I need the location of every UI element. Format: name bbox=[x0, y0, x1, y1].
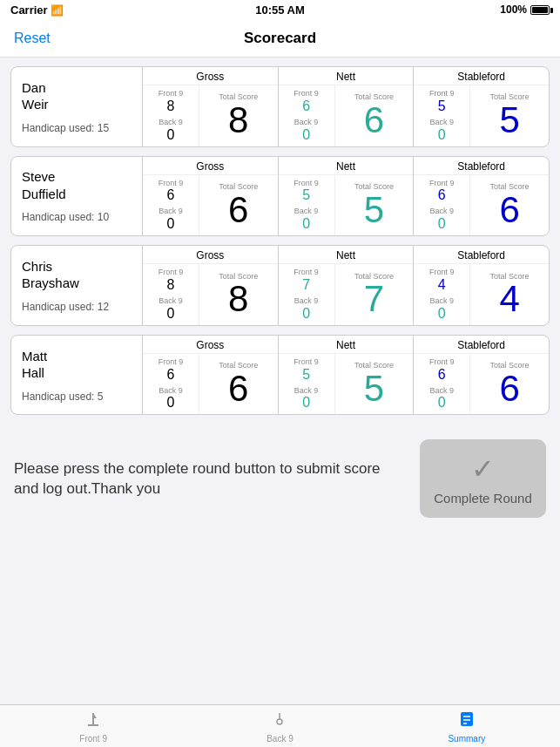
nett-header-3: Nett bbox=[279, 246, 414, 264]
stableford-front9-2: Front 9 6 Back 9 0 bbox=[414, 175, 470, 236]
gross-group-4: Gross Front 9 6 Back 9 0 Total Score 6 bbox=[143, 336, 279, 415]
gross-body-2: Front 9 6 Back 9 0 Total Score 6 bbox=[143, 175, 278, 236]
stableford-front9-4: Front 9 6 Back 9 0 bbox=[414, 354, 470, 415]
tab-back9[interactable]: Back 9 bbox=[186, 705, 373, 747]
gross-header-3: Gross bbox=[143, 246, 278, 264]
player-name-2: SteveDuffield bbox=[22, 168, 132, 202]
gross-body-4: Front 9 6 Back 9 0 Total Score 6 bbox=[143, 354, 278, 415]
nett-front9-2: Front 9 5 Back 9 0 bbox=[279, 175, 335, 236]
scores-section-2: Gross Front 9 6 Back 9 0 Total Score 6 bbox=[142, 157, 549, 236]
nett-total-2: Total Score 5 bbox=[335, 175, 414, 236]
player-info-1: DanWeir Handicap used: 15 bbox=[11, 67, 142, 146]
gross-group-1: Gross Front 9 8 Back 9 0 Total Score 8 bbox=[143, 67, 279, 146]
battery-label: 100% bbox=[500, 3, 527, 16]
stableford-front9-3: Front 9 4 Back 9 0 bbox=[414, 264, 470, 325]
stableford-group-2: Stableford Front 9 6 Back 9 0 Total Scor… bbox=[414, 157, 549, 236]
player-name-1: DanWeir bbox=[22, 79, 132, 113]
back9-tab-label: Back 9 bbox=[267, 734, 293, 744]
stableford-body-4: Front 9 6 Back 9 0 Total Score 6 bbox=[414, 354, 549, 415]
stableford-body-2: Front 9 6 Back 9 0 Total Score 6 bbox=[414, 175, 549, 236]
summary-tab-label: Summary bbox=[448, 734, 485, 744]
stableford-group-1: Stableford Front 9 5 Back 9 0 Total Scor… bbox=[414, 67, 549, 146]
gross-header-1: Gross bbox=[143, 67, 278, 85]
nett-front9-1: Front 9 6 Back 9 0 bbox=[279, 85, 335, 146]
stableford-total-2: Total Score 6 bbox=[470, 175, 549, 236]
tab-bar: Front 9 Back 9 Summary bbox=[0, 704, 560, 747]
back9-icon bbox=[270, 710, 289, 729]
stableford-total-3: Total Score 4 bbox=[470, 264, 549, 325]
player-info-3: ChrisBrayshaw Handicap used: 12 bbox=[11, 246, 142, 325]
nett-front9-4: Front 9 5 Back 9 0 bbox=[279, 354, 335, 415]
stableford-header-4: Stableford bbox=[414, 336, 549, 354]
stableford-header-2: Stableford bbox=[414, 157, 549, 175]
nett-group-1: Nett Front 9 6 Back 9 0 Total Score 6 bbox=[279, 67, 415, 146]
summary-icon bbox=[457, 710, 476, 729]
player-card-4: MattHall Handicap used: 5 Gross Front 9 … bbox=[10, 335, 550, 416]
player-handicap-2: Handicap used: 10 bbox=[22, 211, 132, 223]
front9-icon bbox=[84, 710, 103, 732]
nett-body-1: Front 9 6 Back 9 0 Total Score 6 bbox=[279, 85, 414, 146]
complete-round-button[interactable]: ✓ Complete Round bbox=[420, 439, 546, 518]
stableford-header-3: Stableford bbox=[414, 246, 549, 264]
stableford-header-1: Stableford bbox=[414, 67, 549, 85]
svg-marker-1 bbox=[93, 713, 97, 718]
carrier-label: Carrier 📶 bbox=[10, 3, 64, 17]
reset-button[interactable]: Reset bbox=[14, 31, 51, 46]
player-handicap-3: Handicap used: 12 bbox=[22, 301, 132, 313]
nett-header-2: Nett bbox=[279, 157, 414, 175]
back9-icon bbox=[270, 710, 289, 732]
gross-front9-4: Front 9 6 Back 9 0 bbox=[143, 354, 199, 415]
gross-front9-2: Front 9 6 Back 9 0 bbox=[143, 175, 199, 236]
player-card-1: DanWeir Handicap used: 15 Gross Front 9 … bbox=[10, 66, 550, 147]
nett-group-2: Nett Front 9 5 Back 9 0 Total Score 5 bbox=[279, 157, 415, 236]
gross-total-3: Total Score 8 bbox=[199, 264, 278, 325]
player-info-4: MattHall Handicap used: 5 bbox=[11, 336, 142, 415]
nett-front9-3: Front 9 7 Back 9 0 bbox=[279, 264, 335, 325]
player-card-2: SteveDuffield Handicap used: 10 Gross Fr… bbox=[10, 156, 550, 237]
gross-body-3: Front 9 8 Back 9 0 Total Score 8 bbox=[143, 264, 278, 325]
status-bar: Carrier 📶 10:55 AM 100% bbox=[0, 0, 560, 19]
front9-icon bbox=[84, 710, 103, 729]
nett-body-4: Front 9 5 Back 9 0 Total Score 5 bbox=[279, 354, 414, 415]
player-info-2: SteveDuffield Handicap used: 10 bbox=[11, 157, 142, 236]
nett-header-4: Nett bbox=[279, 336, 414, 354]
player-handicap-1: Handicap used: 15 bbox=[22, 122, 132, 134]
svg-point-3 bbox=[277, 719, 282, 724]
front9-tab-label: Front 9 bbox=[79, 734, 107, 744]
status-right: 100% bbox=[500, 3, 550, 16]
nav-title: Scorecard bbox=[244, 30, 316, 47]
battery-icon bbox=[530, 5, 550, 15]
gross-group-2: Gross Front 9 6 Back 9 0 Total Score 6 bbox=[143, 157, 279, 236]
nett-group-3: Nett Front 9 7 Back 9 0 Total Score 7 bbox=[279, 246, 415, 325]
status-time: 10:55 AM bbox=[255, 3, 305, 17]
wifi-icon: 📶 bbox=[51, 4, 64, 17]
bottom-message: Please press the complete round button t… bbox=[14, 458, 406, 500]
player-handicap-4: Handicap used: 5 bbox=[22, 390, 132, 403]
scores-section-4: Gross Front 9 6 Back 9 0 Total Score 6 bbox=[142, 336, 549, 415]
nett-group-4: Nett Front 9 5 Back 9 0 Total Score 5 bbox=[279, 336, 415, 415]
stableford-total-4: Total Score 6 bbox=[470, 354, 549, 415]
nett-total-3: Total Score 7 bbox=[335, 264, 414, 325]
nett-header-1: Nett bbox=[279, 67, 414, 85]
check-icon: ✓ bbox=[471, 452, 495, 486]
gross-front9-1: Front 9 8 Back 9 0 bbox=[143, 85, 199, 146]
nav-bar: Reset Scorecard bbox=[0, 19, 560, 58]
tab-summary[interactable]: Summary bbox=[374, 705, 560, 747]
stableford-total-1: Total Score 5 bbox=[470, 85, 549, 146]
bottom-section: Please press the complete round button t… bbox=[0, 424, 560, 533]
nett-total-4: Total Score 5 bbox=[335, 354, 414, 415]
player-name-3: ChrisBrayshaw bbox=[22, 258, 132, 292]
player-name-4: MattHall bbox=[22, 348, 132, 382]
stableford-group-4: Stableford Front 9 6 Back 9 0 Total Scor… bbox=[414, 336, 549, 415]
tab-front9[interactable]: Front 9 bbox=[0, 705, 186, 747]
gross-total-2: Total Score 6 bbox=[199, 175, 278, 236]
nett-total-1: Total Score 6 bbox=[335, 85, 414, 146]
stableford-body-3: Front 9 4 Back 9 0 Total Score 4 bbox=[414, 264, 549, 325]
player-card-3: ChrisBrayshaw Handicap used: 12 Gross Fr… bbox=[10, 245, 550, 326]
gross-header-4: Gross bbox=[143, 336, 278, 354]
summary-icon bbox=[457, 710, 476, 732]
gross-header-2: Gross bbox=[143, 157, 278, 175]
stableford-body-1: Front 9 5 Back 9 0 Total Score 5 bbox=[414, 85, 549, 146]
scores-section-1: Gross Front 9 8 Back 9 0 Total Score 8 bbox=[142, 67, 549, 146]
complete-btn-label: Complete Round bbox=[434, 491, 532, 506]
